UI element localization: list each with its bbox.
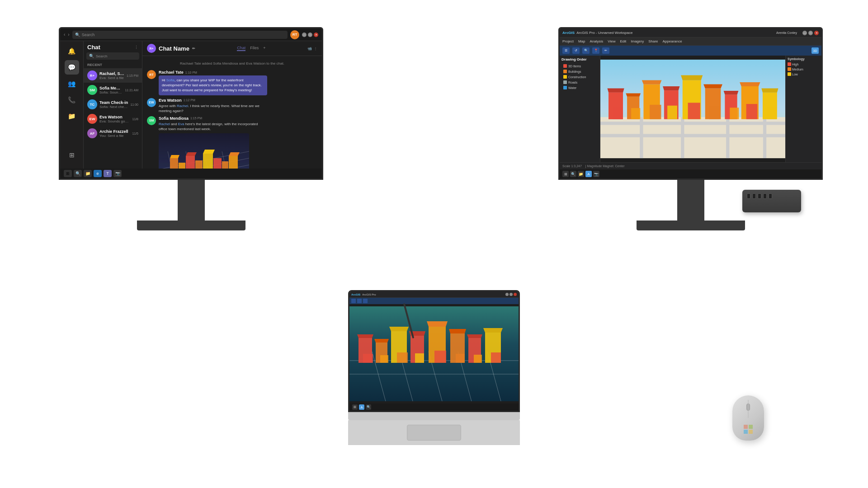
arcgis-minimize[interactable]: — xyxy=(802,31,807,35)
menu-appearance[interactable]: Appearance xyxy=(663,39,682,43)
sidebar-item-chat[interactable]: 💬 xyxy=(65,60,79,75)
user-avatar[interactable]: RT xyxy=(290,30,299,39)
teams-forward-btn[interactable]: › xyxy=(68,32,69,37)
tab-files[interactable]: Files xyxy=(250,46,259,51)
svg-rect-82 xyxy=(397,352,408,363)
arcgis-tool-4[interactable]: 📍 xyxy=(592,47,599,54)
legend-color-3 xyxy=(788,72,791,76)
legend-item-1: High xyxy=(788,62,820,66)
laptop-tool-1[interactable] xyxy=(351,299,356,303)
arcgis-taskbar-3[interactable]: 📷 xyxy=(593,171,599,177)
chat-list-filter-icon[interactable]: ⋮ xyxy=(134,45,138,50)
tab-add[interactable]: + xyxy=(263,46,265,51)
sidebar-item-activity[interactable]: 🔔 xyxy=(65,44,79,58)
arcgis-map-right[interactable] xyxy=(600,56,785,162)
chat-item-2[interactable]: TC Team Check-in Sofia: Next check-in Fr… xyxy=(84,97,142,112)
taskbar-edge[interactable]: e xyxy=(94,170,102,177)
sidebar-item-files[interactable]: 📁 xyxy=(65,109,79,123)
taskbar-teams[interactable]: T xyxy=(104,170,112,177)
toc-color-2 xyxy=(563,75,567,79)
msg-text-1: Agree with Rachel. I think we're nearly … xyxy=(159,104,259,113)
dock-port-3 xyxy=(758,193,761,199)
sidebar-item-apps[interactable]: ⊞ xyxy=(65,148,79,162)
taskbar-file[interactable]: 📁 xyxy=(84,170,92,177)
minimize-btn[interactable]: — xyxy=(302,33,307,37)
arcgis-taskbar-1[interactable]: 📁 xyxy=(578,171,584,177)
maximize-btn[interactable]: □ xyxy=(308,33,312,37)
arcgis-tool-3[interactable]: 🔍 xyxy=(582,47,590,54)
menu-map[interactable]: Map xyxy=(578,39,585,43)
laptop-screen: ArcGIS ArcGIS Pro xyxy=(348,290,520,412)
svg-marker-19 xyxy=(229,152,240,156)
svg-rect-15 xyxy=(229,156,238,169)
chat-window-pencil-icon[interactable]: ✏ xyxy=(192,47,195,51)
sidebar-item-calls[interactable]: 📞 xyxy=(65,93,79,107)
toc-item-0[interactable]: 3D Items xyxy=(561,63,598,69)
svg-rect-54 xyxy=(746,104,758,119)
taskbar-camera[interactable]: 📷 xyxy=(113,170,122,177)
toc-item-3[interactable]: Roads xyxy=(561,80,598,85)
laptop-taskbar-arcgis[interactable]: A xyxy=(359,404,364,410)
arcgis-tool-5[interactable]: ✏ xyxy=(602,47,609,54)
laptop-tool-3[interactable] xyxy=(363,299,368,303)
laptop-window-controls xyxy=(505,293,517,296)
svg-rect-11 xyxy=(195,160,203,169)
msg-content-1: Eva Watson 1:12 PM Agree with Rachel. I … xyxy=(159,98,317,113)
menu-edit[interactable]: Edit xyxy=(620,39,626,43)
menu-project[interactable]: Project xyxy=(562,39,574,43)
arcgis-3d-tool[interactable]: 3D xyxy=(811,47,819,54)
teams-back-btn[interactable]: ‹ xyxy=(64,32,65,37)
chat-item-1[interactable]: SM Sofia Mendiosa Sofia: Sounds good! 11… xyxy=(84,83,142,97)
arcgis-taskbar-search[interactable]: 🔍 xyxy=(570,171,576,177)
right-monitor-stand-neck xyxy=(677,180,704,221)
menu-view[interactable]: View xyxy=(608,39,615,43)
laptop-map[interactable] xyxy=(349,304,519,404)
chat-item-4[interactable]: AF Archie Frazzell You: Sent a file 11/5 xyxy=(84,126,142,141)
right-monitor-screen: ArcGIS ArcGIS Pro - Unnamed Workspace Ar… xyxy=(558,27,823,180)
laptop-trackpad[interactable] xyxy=(407,425,461,441)
left-monitor-stand-neck xyxy=(178,180,205,221)
toc-item-1[interactable]: Buildings xyxy=(561,69,598,74)
menu-share[interactable]: Share xyxy=(648,39,658,43)
teams-search-bar[interactable]: 🔍 Search xyxy=(72,31,288,39)
toc-item-4[interactable]: Water xyxy=(561,85,598,90)
toc-item-2[interactable]: Construction xyxy=(561,74,598,80)
laptop-close[interactable] xyxy=(514,293,517,296)
menu-imagery[interactable]: Imagery xyxy=(631,39,644,43)
chat-list-search[interactable]: 🔍 Search xyxy=(86,52,139,60)
sidebar-item-teams[interactable]: 👥 xyxy=(65,76,79,91)
menu-analysis[interactable]: Analysis xyxy=(590,39,603,43)
chat-item-3[interactable]: EW Eva Watson Eva: Sounds good! 11/8 xyxy=(84,112,142,126)
svg-marker-32 xyxy=(626,93,641,96)
chat-window-actions: 📹 ⋮ xyxy=(307,47,317,51)
laptop-maximize[interactable] xyxy=(509,293,513,296)
laptop-taskbar-search[interactable]: 🔍 xyxy=(366,404,371,410)
msg-time-0: 1:10 PM xyxy=(185,71,197,74)
close-btn[interactable]: ✕ xyxy=(314,33,318,37)
laptop-taskbar-start[interactable]: ⊞ xyxy=(352,404,358,410)
city-3d-image xyxy=(159,133,249,169)
arcgis-maximize[interactable]: □ xyxy=(808,31,813,35)
toc-label-4: Water xyxy=(568,86,576,89)
chat-item-0[interactable]: R+ Rachael, Sofia, and Eva Eva: Sent a f… xyxy=(84,68,142,83)
arcgis-user-right: Arenita Conley xyxy=(776,31,797,34)
taskbar-start[interactable]: ⊞ xyxy=(64,170,72,177)
arcgis-tool-1[interactable]: ☰ xyxy=(562,47,570,54)
teams-chat-list: Chat ⋮ 🔍 Search Recent R+ Rachael, Sofia… xyxy=(84,41,142,178)
video-call-icon[interactable]: 📹 xyxy=(307,47,312,51)
msg-header-0: Rachael Tate 1:10 PM xyxy=(159,70,317,75)
legend-color-1 xyxy=(788,62,791,66)
chat-avatar-1: SM xyxy=(87,85,97,95)
arcgis-tool-2[interactable]: ↺ xyxy=(572,47,580,54)
laptop-minimize[interactable] xyxy=(505,293,509,296)
laptop-tool-2[interactable] xyxy=(357,299,362,303)
more-options-icon[interactable]: ⋮ xyxy=(314,47,317,51)
arcgis-close[interactable]: ✕ xyxy=(814,31,819,35)
svg-marker-46 xyxy=(761,89,778,93)
arcgis-taskbar-2[interactable]: A xyxy=(585,171,592,177)
arcgis-taskbar-start[interactable]: ⊞ xyxy=(562,171,569,177)
left-monitor-screen: ‹ › 🔍 Search RT — □ ✕ xyxy=(59,27,323,180)
taskbar-search[interactable]: 🔍 xyxy=(74,170,82,177)
laptop-toolbar xyxy=(349,298,519,304)
tab-chat[interactable]: Chat xyxy=(237,46,245,51)
